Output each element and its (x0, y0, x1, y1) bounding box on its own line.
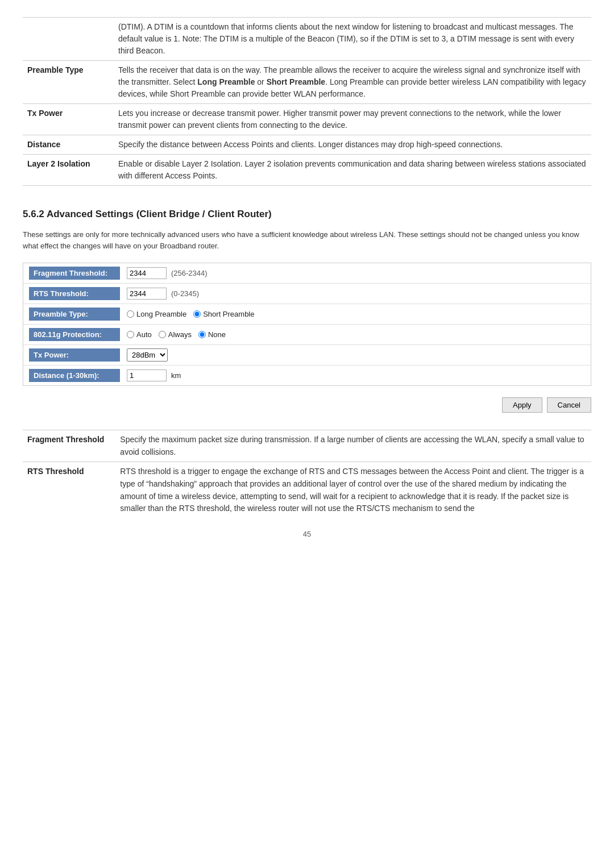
warning-text: These settings are only for more technic… (23, 229, 591, 251)
radio-label-3-2[interactable]: None (198, 330, 226, 339)
radio-label-2-0[interactable]: Long Preamble (127, 310, 186, 318)
form-row-3: 802.11g Protection: Auto Always None (23, 325, 591, 345)
form-hint-1: (0-2345) (171, 289, 199, 298)
form-label-4: Tx Power: (29, 348, 120, 362)
page-number: 45 (23, 530, 591, 538)
radio-input-3-0[interactable] (127, 331, 134, 338)
top-table-text-1: Tells the receiver that data is on the w… (114, 61, 591, 104)
form-row-0: Fragment Threshold:(256-2344) (23, 263, 591, 284)
radio-label-2-1[interactable]: Short Preamble (193, 310, 254, 318)
form-value-5: km (127, 369, 181, 381)
bottom-text-0: Specify the maximum packet size during t… (115, 430, 591, 462)
form-input-1[interactable] (127, 288, 167, 300)
radio-label-3-1[interactable]: Always (159, 330, 192, 339)
form-row-1: RTS Threshold:(0-2345) (23, 284, 591, 304)
top-table-text-3: Specify the distance between Access Poin… (114, 135, 591, 155)
top-description-table: (DTIM). A DTIM is a countdown that infor… (23, 17, 591, 186)
bottom-text-1: RTS threshold is a trigger to engage the… (115, 462, 591, 518)
radio-input-2-0[interactable] (127, 310, 134, 318)
form-label-3: 802.11g Protection: (29, 328, 120, 341)
form-value-4: 28dBm (127, 348, 168, 362)
apply-button[interactable]: Apply (502, 397, 542, 413)
top-table-label-4: Layer 2 Isolation (23, 155, 114, 186)
bottom-label-0: Fragment Threshold (23, 430, 115, 462)
form-input-0[interactable] (127, 267, 167, 279)
form-select-4[interactable]: 28dBm (127, 348, 168, 362)
form-label-1: RTS Threshold: (29, 287, 120, 300)
top-table-text-0: (DTIM). A DTIM is a countdown that infor… (114, 18, 591, 61)
form-value-3: Auto Always None (127, 330, 226, 339)
cancel-button[interactable]: Cancel (547, 397, 591, 413)
bottom-description-table: Fragment ThresholdSpecify the maximum pa… (23, 430, 591, 518)
button-row: Apply Cancel (23, 397, 591, 413)
radio-input-3-1[interactable] (159, 331, 166, 338)
form-label-0: Fragment Threshold: (29, 267, 120, 280)
form-value-2: Long Preamble Short Preamble (127, 310, 255, 318)
form-label-2: Preamble Type: (29, 308, 120, 321)
form-value-0: (256-2344) (127, 267, 208, 279)
top-table-label-0 (23, 18, 114, 61)
radio-group-2: Long Preamble Short Preamble (127, 310, 255, 318)
bottom-label-1: RTS Threshold (23, 462, 115, 518)
form-hint-0: (256-2344) (171, 269, 208, 277)
form-row-2: Preamble Type: Long Preamble Short Pream… (23, 304, 591, 325)
settings-form: Fragment Threshold:(256-2344)RTS Thresho… (23, 263, 591, 386)
form-row-5: Distance (1-30km):km (23, 366, 591, 385)
form-value-1: (0-2345) (127, 288, 199, 300)
radio-group-3: Auto Always None (127, 330, 226, 339)
top-table-text-2: Lets you increase or decrease transmit p… (114, 104, 591, 135)
top-table-text-4: Enable or disable Layer 2 Isolation. Lay… (114, 155, 591, 186)
radio-label-3-0[interactable]: Auto (127, 330, 152, 339)
top-table-label-2: Tx Power (23, 104, 114, 135)
section-heading: 5.6.2 Advanced Settings (Client Bridge /… (23, 209, 591, 220)
radio-input-3-2[interactable] (198, 331, 206, 338)
form-input-km-5[interactable] (127, 369, 167, 381)
km-suffix: km (171, 371, 181, 380)
top-table-label-1: Preamble Type (23, 61, 114, 104)
top-table-label-3: Distance (23, 135, 114, 155)
form-label-5: Distance (1-30km): (29, 369, 120, 382)
form-row-4: Tx Power:28dBm (23, 345, 591, 366)
radio-input-2-1[interactable] (193, 310, 201, 318)
